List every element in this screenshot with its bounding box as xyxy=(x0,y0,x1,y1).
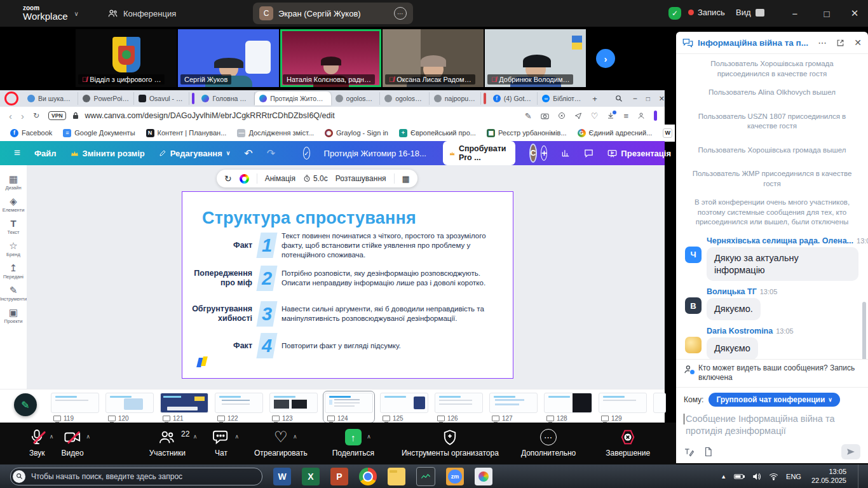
chat-more-icon[interactable]: ⋯ xyxy=(818,37,827,48)
chat-button[interactable]: ∧ Чат xyxy=(213,428,229,458)
excel-icon[interactable]: X xyxy=(302,468,320,485)
participant-tile[interactable]: Сергій Жуков xyxy=(178,29,279,87)
present-button[interactable]: Презентація xyxy=(607,149,671,158)
reactions-chevron[interactable]: ∧ xyxy=(293,433,297,440)
bookmark[interactable]: GЄдиний адресний... xyxy=(578,129,653,137)
system-monitor-icon[interactable] xyxy=(416,467,435,486)
browser-tab[interactable]: Головна – Canva xyxy=(197,92,255,105)
document-title[interactable]: Протидія Житомир 16-18... xyxy=(324,149,426,158)
new-tab-button[interactable]: + xyxy=(592,94,597,104)
share-chevron[interactable]: ∧ xyxy=(367,433,371,440)
bookmark[interactable]: NКонтент | Плануван... xyxy=(146,129,227,137)
file-explorer-icon[interactable] xyxy=(388,468,405,485)
view-button[interactable]: Вид xyxy=(736,8,764,17)
browser-tab-active[interactable]: Протидія Житомир 16-18 xyxy=(255,92,330,105)
try-pro-button[interactable]: Спробувати Pro ... xyxy=(443,141,515,165)
participant-tile[interactable]: 🎙̸Відділ з цифрового … xyxy=(76,29,177,87)
position-button[interactable]: Розташування xyxy=(336,174,386,183)
bookmark-heart-icon[interactable]: ♡ xyxy=(591,111,599,121)
slide-step[interactable]: Факт 4 Повторити факт у вигляді підсумку… xyxy=(189,333,506,358)
restore-button[interactable]: □ xyxy=(812,0,841,27)
forward-button[interactable]: › xyxy=(21,111,24,121)
slide-canvas[interactable]: Структура спростування Факт 1 Текст пови… xyxy=(182,192,513,378)
browser-tab[interactable]: ogoloshennya-z xyxy=(380,92,430,105)
screen-share-tab[interactable]: C Экран (Сергій Жуков) ⋯ xyxy=(253,3,413,24)
video-button[interactable]: ∧ Видео xyxy=(62,428,84,458)
minimize-button[interactable]: − xyxy=(780,0,810,27)
blocker-icon[interactable] xyxy=(558,112,566,119)
sender-name[interactable]: Волицька ТГ xyxy=(707,287,757,296)
browser-restore-button[interactable]: □ xyxy=(646,95,650,102)
chat-chevron[interactable]: ∧ xyxy=(234,433,239,440)
recording-indicator[interactable]: Запись xyxy=(688,8,725,17)
tray-expand-icon[interactable]: ▲ xyxy=(721,473,726,480)
page-thumbnail[interactable]: 121 xyxy=(160,393,208,422)
screen-options-icon[interactable]: ⋯ xyxy=(394,7,407,20)
page-thumbnail[interactable]: 128 xyxy=(544,393,592,422)
color-picker-icon[interactable] xyxy=(240,174,249,184)
undo-button[interactable]: ↶ xyxy=(244,147,252,159)
participants-button[interactable]: 22 ∧ Участники xyxy=(149,428,186,458)
word-icon[interactable]: W xyxy=(273,468,291,485)
audio-options-chevron[interactable]: ∧ xyxy=(50,433,54,440)
chat-privacy-note[interactable]: Кто может видеть ваши сообщения? Запись … xyxy=(676,359,868,387)
back-button[interactable]: ‹ xyxy=(9,111,12,121)
canva-file-menu[interactable]: Файл xyxy=(34,149,57,158)
recipient-selector[interactable]: Групповой чат конференции ∨ xyxy=(709,393,840,407)
page-thumbnail[interactable]: 125 xyxy=(380,393,428,422)
wifi-icon[interactable] xyxy=(769,473,778,480)
browser-tab[interactable]: f(4) Gotravel | Fac xyxy=(489,92,538,105)
redo-button[interactable]: ↷ xyxy=(267,147,275,159)
chat-close-icon[interactable]: ✕ xyxy=(854,37,862,48)
vpn-badge[interactable]: VPN xyxy=(48,111,65,120)
page-thumbnail[interactable]: 127 xyxy=(489,393,538,422)
participant-tile[interactable]: 🎙̸Оксана Лисак Радом… xyxy=(383,29,484,87)
reload-button[interactable]: ↻ xyxy=(33,111,39,120)
sidebar-item-design[interactable]: ▦Дизайн xyxy=(1,174,26,191)
canva-menu-icon[interactable]: ≡ xyxy=(14,147,20,159)
battery-icon[interactable] xyxy=(734,473,745,480)
sidebar-item-elements[interactable]: ◈Елементи xyxy=(1,196,26,213)
add-member-button[interactable]: + xyxy=(541,146,547,161)
slide-title[interactable]: Структура спростування xyxy=(202,208,416,228)
page-thumbnail[interactable]: 119 xyxy=(51,393,99,422)
reactions-button[interactable]: ♡ ∧ Отреагировать xyxy=(254,428,308,458)
browser-tab[interactable]: ogoloshennya-z xyxy=(331,92,381,105)
sidebar-item-text[interactable]: TТекст xyxy=(1,219,26,235)
duration-button[interactable]: 5.0с xyxy=(303,174,328,183)
url-text[interactable]: www.canva.com/design/DAGoJyvlhiM/ebrJCgk… xyxy=(85,111,335,120)
bookmark[interactable]: ▦Реєстр урбанонімів... xyxy=(487,129,567,137)
sender-name[interactable]: Daria Kostromina xyxy=(707,327,773,336)
more-button[interactable]: ⋯ Дополнительно xyxy=(521,428,576,458)
chat-message[interactable]: Ч Черняхівська селищна рада. Олена...13:… xyxy=(685,236,859,281)
slide-step[interactable]: Обгрунтування хибності 3 Навести сильні … xyxy=(189,301,506,327)
participants-chevron[interactable]: ∧ xyxy=(193,433,198,440)
opera-icon[interactable] xyxy=(4,92,18,105)
format-text-icon[interactable] xyxy=(684,447,694,457)
chat-messages[interactable]: Пользователь Хорошівська громада присоед… xyxy=(676,54,868,359)
loop-icon[interactable]: ↻ xyxy=(224,173,232,184)
share-page-icon[interactable]: ✎ xyxy=(525,111,532,121)
sidebar-item-projects[interactable]: ▣Проекти xyxy=(1,308,26,324)
zoom-app-icon-active[interactable]: zm xyxy=(446,468,464,485)
chat-message[interactable]: В Волицька ТГ13:05 Дякуємо. xyxy=(685,287,859,320)
page-thumbnail-active[interactable]: 124 xyxy=(323,391,375,423)
canva-resize-button[interactable]: Змінити розмір xyxy=(71,149,145,158)
chat-scrollbar[interactable] xyxy=(862,302,866,359)
comments-icon[interactable] xyxy=(584,149,593,158)
layout-icon[interactable]: ▦ xyxy=(402,174,410,184)
sidebar-indicator[interactable] xyxy=(654,111,657,121)
powerpoint-icon[interactable]: P xyxy=(330,468,348,485)
bookmark[interactable]: fFacebook xyxy=(10,129,52,137)
audio-button[interactable]: ∧ Звук xyxy=(29,428,45,458)
bookmark[interactable]: —Дослідження зміст... xyxy=(237,129,314,137)
browser-tab[interactable]: Ви шукали Буча xyxy=(23,92,78,105)
browser-tab[interactable]: PowerPoint Prese xyxy=(78,92,133,105)
browser-tab[interactable]: ∞Бібліотека рекла xyxy=(538,92,588,105)
bookmark[interactable]: ◉Graylog - Sign in xyxy=(325,129,388,137)
next-participants-button[interactable]: › xyxy=(596,49,615,68)
page-thumbnail[interactable]: 126 xyxy=(435,393,483,422)
account-avatar[interactable]: C xyxy=(529,144,538,163)
send-button[interactable] xyxy=(841,444,860,459)
end-meeting-button[interactable]: Завершение xyxy=(606,428,650,458)
